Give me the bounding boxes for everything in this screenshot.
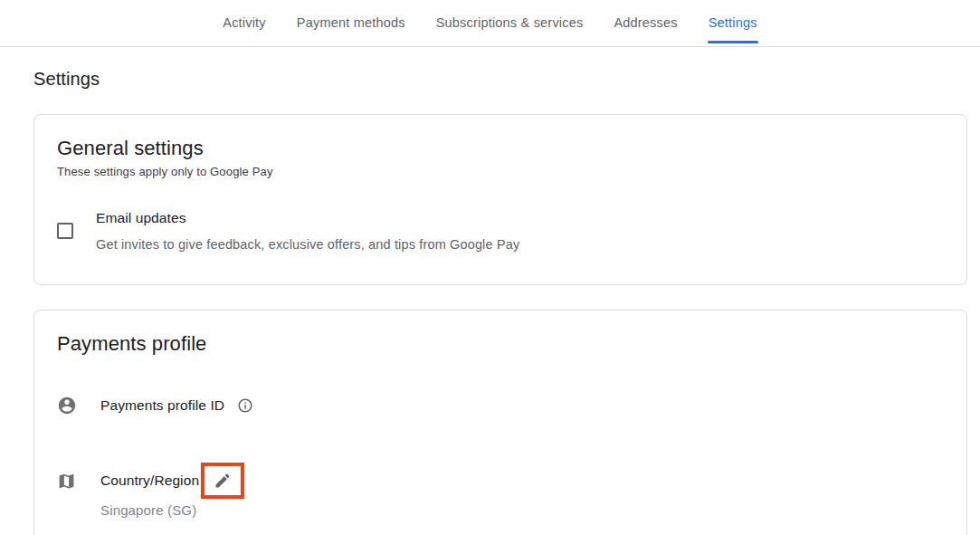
country-region-row: Country/Region Singapore (SG) (57, 463, 945, 518)
tab-payment-methods[interactable]: Payment methods (296, 0, 406, 46)
email-updates-row: Email updates Get invites to give feedba… (57, 209, 945, 252)
top-nav: Activity Payment methods Subscriptions &… (0, 0, 980, 47)
account-circle-icon (57, 396, 100, 416)
payments-profile-card: Payments profile Payments profile ID (33, 310, 967, 535)
country-region-value: Singapore (SG) (100, 502, 244, 518)
payments-profile-id-row: Payments profile ID (57, 396, 945, 416)
tab-addresses[interactable]: Addresses (613, 0, 678, 46)
tab-addresses-label: Addresses (614, 15, 677, 30)
settings-page: Settings General settings These settings… (0, 69, 980, 535)
general-settings-card: General settings These settings apply on… (33, 114, 967, 285)
general-settings-subtitle: These settings apply only to Google Pay (57, 165, 945, 178)
edit-country-button[interactable] (201, 463, 244, 499)
tab-payment-methods-label: Payment methods (297, 15, 405, 30)
payments-profile-title: Payments profile (57, 332, 945, 356)
email-updates-checkbox[interactable] (57, 223, 73, 239)
country-region-content: Country/Region Singapore (SG) (100, 463, 244, 518)
edit-pencil-icon (214, 472, 232, 490)
tab-activity[interactable]: Activity (222, 0, 267, 46)
active-tab-underline (708, 41, 758, 43)
map-icon (57, 463, 100, 499)
info-icon[interactable] (237, 397, 253, 414)
email-updates-label: Email updates (96, 209, 519, 227)
tab-settings-label: Settings (709, 15, 757, 30)
tab-subscriptions-services-label: Subscriptions & services (436, 15, 584, 30)
tab-subscriptions-services[interactable]: Subscriptions & services (435, 0, 585, 46)
tab-activity-label: Activity (223, 15, 266, 30)
country-region-label: Country/Region (100, 472, 199, 490)
page-title: Settings (33, 69, 947, 90)
email-updates-text: Email updates Get invites to give feedba… (96, 209, 519, 252)
tab-settings[interactable]: Settings (708, 0, 758, 46)
email-updates-description: Get invites to give feedback, exclusive … (96, 237, 519, 252)
general-settings-title: General settings (57, 137, 945, 160)
payments-profile-id-label: Payments profile ID (100, 396, 224, 415)
payments-profile-id-content: Payments profile ID (100, 396, 253, 416)
